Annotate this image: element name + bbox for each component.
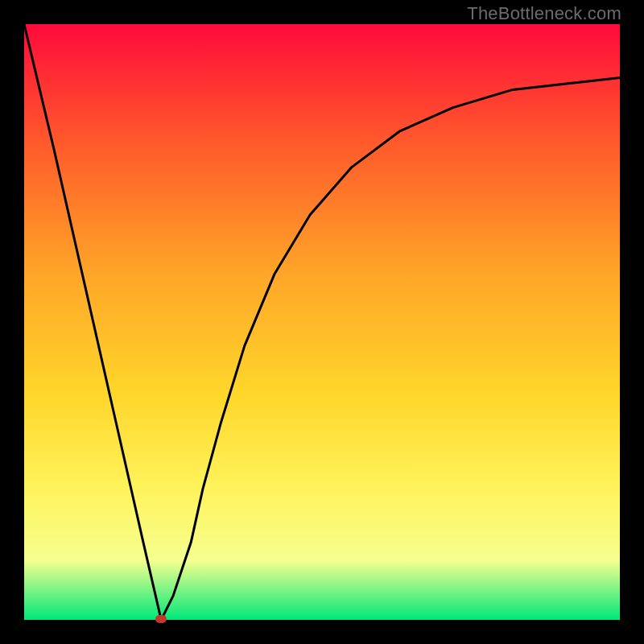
chart-frame: { "watermark": "TheBottleneck.com", "col… xyxy=(0,0,644,644)
watermark-text: TheBottleneck.com xyxy=(467,3,621,24)
plot-area xyxy=(24,24,620,620)
bottleneck-curve xyxy=(24,24,620,620)
minimum-marker xyxy=(155,615,167,623)
